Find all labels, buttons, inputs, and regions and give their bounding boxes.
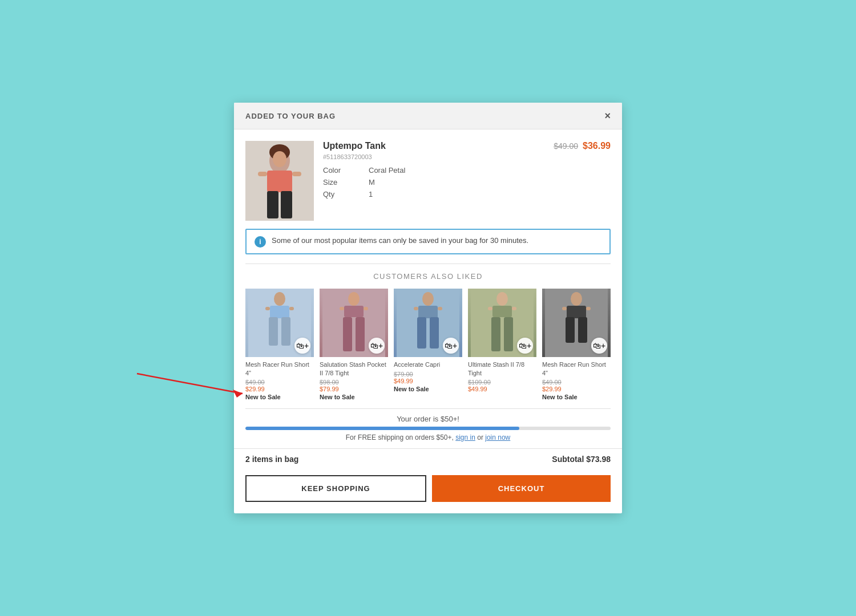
action-buttons: KEEP SHOPPING CHECKOUT xyxy=(234,469,622,513)
svg-rect-35 xyxy=(488,307,492,310)
product-sku: #5118633720003 xyxy=(323,153,611,160)
svg-point-40 xyxy=(571,292,582,306)
qty-value: 1 xyxy=(369,190,373,198)
modal-title: ADDED TO YOUR BAG xyxy=(245,112,336,120)
divider-1 xyxy=(245,264,611,264)
svg-point-26 xyxy=(422,292,434,306)
svg-point-19 xyxy=(348,292,360,306)
price-original: $49.00 xyxy=(554,141,578,151)
info-text: Some of our most popular items can only … xyxy=(272,236,528,246)
svg-rect-7 xyxy=(258,172,267,176)
sign-in-link[interactable]: sign in xyxy=(455,433,475,441)
product-name: Uptempo Tank xyxy=(323,141,386,151)
svg-rect-42 xyxy=(562,307,567,310)
svg-rect-15 xyxy=(289,307,294,310)
product-card-image-2: 🛍+ xyxy=(320,289,388,357)
subtotal: Subtotal $73.98 xyxy=(552,455,611,464)
product-details: Uptempo Tank $49.00 $36.99 #511863372000… xyxy=(323,141,611,221)
add-to-bag-button-2[interactable]: 🛍+ xyxy=(369,338,385,354)
product-card-image-1: 🛍+ xyxy=(245,289,314,357)
size-value: M xyxy=(369,178,375,187)
items-in-bag: 2 items in bag xyxy=(245,455,298,464)
keep-shopping-button[interactable]: KEEP SHOPPING xyxy=(245,475,426,502)
svg-rect-20 xyxy=(344,306,364,317)
product-name-row: Uptempo Tank $49.00 $36.99 xyxy=(323,141,611,151)
card-name-3: Accelerate Capri xyxy=(394,360,462,368)
card-price-orig-5: $49.00 xyxy=(542,379,611,386)
svg-rect-10 xyxy=(281,191,292,218)
price-sale: $36.99 xyxy=(583,141,611,151)
info-banner: i Some of our most popular items can onl… xyxy=(245,229,611,254)
svg-rect-34 xyxy=(492,306,512,317)
bag-summary: 2 items in bag Subtotal $73.98 xyxy=(234,448,622,469)
list-item[interactable]: 🛍+ Mesh Racer Run Short 4" $49.00 $29.99… xyxy=(542,289,611,400)
free-shipping-text: For FREE shipping on orders $50+, sign i… xyxy=(234,433,622,441)
product-section: Uptempo Tank $49.00 $36.99 #511863372000… xyxy=(234,129,622,229)
svg-rect-41 xyxy=(567,306,586,318)
product-card-image-4: 🛍+ xyxy=(468,289,536,357)
svg-point-33 xyxy=(496,292,508,306)
svg-rect-29 xyxy=(438,307,442,310)
svg-point-5 xyxy=(273,151,286,167)
product-size-attr: Size M xyxy=(323,178,611,187)
add-to-bag-button-4[interactable]: 🛍+ xyxy=(517,338,533,354)
svg-marker-1 xyxy=(233,390,243,398)
svg-rect-21 xyxy=(340,307,344,310)
card-price-sale-5: $29.99 xyxy=(542,386,611,392)
size-label: Size xyxy=(323,178,369,187)
checkout-button[interactable]: CHECKOUT xyxy=(432,475,611,502)
info-icon: i xyxy=(255,236,266,248)
product-card-image-5: 🛍+ xyxy=(542,289,611,357)
svg-rect-8 xyxy=(292,172,301,176)
join-now-link[interactable]: join now xyxy=(485,433,510,441)
svg-rect-37 xyxy=(491,317,500,351)
add-to-bag-button-5[interactable]: 🛍+ xyxy=(591,338,607,354)
product-qty-attr: Qty 1 xyxy=(323,190,611,198)
card-badge-2: New to Sale xyxy=(320,394,388,400)
add-to-bag-button-1[interactable]: 🛍+ xyxy=(294,338,310,354)
svg-rect-45 xyxy=(578,317,587,343)
svg-rect-43 xyxy=(586,307,591,310)
svg-point-12 xyxy=(274,292,285,306)
card-price-orig-4: $109.00 xyxy=(468,379,536,386)
svg-rect-31 xyxy=(430,317,439,348)
svg-rect-22 xyxy=(364,307,368,310)
svg-rect-27 xyxy=(418,306,438,318)
svg-rect-16 xyxy=(269,317,278,346)
card-price-sale-2: $79.99 xyxy=(320,386,388,392)
color-label: Color xyxy=(323,166,369,175)
also-liked-title: CUSTOMERS ALSO LIKED xyxy=(234,272,622,281)
products-grid: 🛍+ Mesh Racer Run Short 4" $49.00 $29.99… xyxy=(234,289,622,400)
card-name-5: Mesh Racer Run Short 4" xyxy=(542,360,611,377)
svg-rect-17 xyxy=(281,317,290,346)
card-price-orig-2: $98.00 xyxy=(320,379,388,386)
svg-rect-9 xyxy=(267,191,278,218)
svg-rect-30 xyxy=(417,317,426,348)
divider-2 xyxy=(245,408,611,409)
add-to-bag-button-3[interactable]: 🛍+ xyxy=(443,338,459,354)
qty-label: Qty xyxy=(323,190,369,198)
svg-rect-6 xyxy=(267,171,292,192)
svg-rect-38 xyxy=(504,317,513,351)
product-color-attr: Color Coral Petal xyxy=(323,166,611,175)
svg-rect-23 xyxy=(343,317,352,351)
svg-line-0 xyxy=(137,374,243,394)
card-badge-3: New to Sale xyxy=(394,386,462,392)
progress-bar-container xyxy=(245,427,611,430)
card-badge-5: New to Sale xyxy=(542,394,611,400)
order-status-row: Your order is $50+! xyxy=(234,415,622,423)
svg-rect-13 xyxy=(270,306,289,318)
list-item[interactable]: 🛍+ Salutation Stash Pocket II 7/8 Tight … xyxy=(320,289,388,400)
modal-header: ADDED TO YOUR BAG × xyxy=(234,103,622,129)
list-item[interactable]: 🛍+ Accelerate Capri $79.00 $49.99 New to… xyxy=(394,289,462,400)
card-price-sale-4: $49.99 xyxy=(468,386,536,392)
card-name-2: Salutation Stash Pocket II 7/8 Tight xyxy=(320,360,388,377)
progress-bar-fill xyxy=(245,427,519,430)
svg-rect-28 xyxy=(414,307,418,310)
close-button[interactable]: × xyxy=(604,111,611,121)
card-price-sale-3: $49.99 xyxy=(394,378,462,384)
list-item[interactable]: 🛍+ Ultimate Stash II 7/8 Tight $109.00 $… xyxy=(468,289,536,400)
svg-rect-14 xyxy=(265,307,270,310)
order-status-text: Your order is $50+! xyxy=(245,415,611,423)
card-price-orig-3: $79.00 xyxy=(394,371,462,378)
